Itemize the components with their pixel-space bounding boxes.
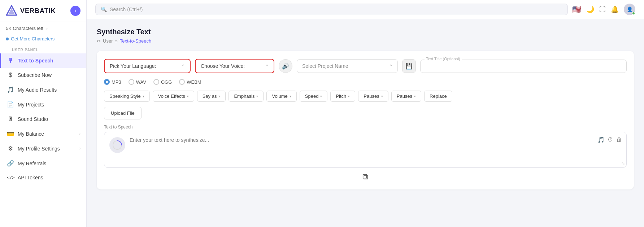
sidebar-item-my-profile-settings[interactable]: ⚙ My Profile Settings › [0, 141, 86, 156]
sidebar-item-text-to-speech[interactable]: 🎙 Text to Speech [0, 53, 86, 68]
save-project-button[interactable]: 💾 [402, 59, 416, 73]
breadcrumb-user: User [103, 38, 113, 44]
sidebar-collapse-button[interactable]: ‹ [70, 6, 80, 16]
bottom-center-area: ⧉ [104, 172, 627, 182]
get-more-characters-link[interactable]: Get More Characters [0, 35, 86, 45]
balance-icon: 💳 [7, 130, 14, 137]
page-title: Synthesize Text [97, 28, 634, 36]
sidebar-item-label: My Projects [18, 102, 44, 108]
pauses1-button[interactable]: Pauses ▾ [358, 91, 388, 102]
sidebar-item-label: Text to Speech [18, 58, 53, 64]
content: Synthesize Text ✂ User » Text-to-Speech … [87, 19, 644, 227]
voice-chevron-icon: ⌃ [265, 64, 269, 69]
sidebar-item-my-audio-results[interactable]: 🎵 My Audio Results [0, 82, 86, 97]
mp3-label: MP3 [112, 79, 121, 85]
avatar-spinner-icon [112, 140, 123, 150]
sidebar-item-my-balance[interactable]: 💳 My Balance › [0, 126, 86, 141]
text-title-label: Text Title (Optional) [425, 57, 462, 61]
search-box[interactable]: 🔍 Search (Ctrl+/) [95, 4, 568, 15]
replace-button[interactable]: Replace [424, 91, 452, 102]
tts-editor-actions: 🎵 ⏱ 🗑 [597, 136, 622, 143]
voice-effects-button[interactable]: Voice Effects ▾ [153, 91, 194, 102]
speed-button[interactable]: Speed ▾ [300, 91, 328, 102]
user-panel-label: USER PANEL [0, 45, 86, 53]
format-mp3[interactable]: MP3 [104, 79, 121, 85]
format-webm[interactable]: WEBM [179, 79, 201, 85]
projects-icon: 📄 [7, 101, 14, 108]
settings-icon: ⚙ [7, 145, 14, 152]
sidebar-item-label: My Balance [18, 131, 44, 137]
tts-editor: 🎵 ⏱ 🗑 ⤡ [104, 132, 627, 168]
tts-avatar [109, 137, 125, 153]
ogg-radio-icon [153, 79, 159, 85]
layers-icon[interactable]: ⧉ [362, 172, 368, 182]
say-as-button[interactable]: Say as ▾ [197, 91, 226, 102]
sidebar-item-label: My Audio Results [18, 87, 57, 93]
language-label: Pick Your Language: [110, 63, 156, 69]
breadcrumb-current-link[interactable]: Text-to-Speech [120, 38, 151, 44]
breadcrumb: ✂ User » Text-to-Speech [97, 38, 634, 44]
emphasis-chevron-icon: ▾ [256, 95, 258, 98]
topbar: 🔍 Search (Ctrl+/) 🇺🇸 🌙 ⛶ 🔔 👤 [87, 0, 644, 19]
profile-chevron-icon: › [79, 147, 80, 150]
format-ogg[interactable]: OGG [153, 79, 172, 85]
speaking-style-button[interactable]: Speaking Style ▾ [104, 91, 150, 102]
referrals-icon: 🔗 [7, 160, 14, 167]
balance-chevron-icon: › [79, 132, 80, 136]
theme-toggle-icon[interactable]: 🌙 [586, 5, 594, 13]
emphasis-button[interactable]: Emphasis ▾ [229, 91, 264, 102]
notifications-icon[interactable]: 🔔 [611, 5, 619, 13]
voice-dropdown[interactable]: Choose Your Voice: ⌃ [195, 59, 274, 73]
fullscreen-icon[interactable]: ⛶ [599, 6, 606, 13]
speaking-style-label: Speaking Style [109, 93, 141, 99]
voice-effects-chevron-icon: ▾ [187, 95, 189, 98]
volume-chevron-icon: ▾ [290, 95, 291, 98]
language-dropdown[interactable]: Pick Your Language: ⌃ [104, 59, 191, 73]
tts-section-label: Text to Speech [104, 125, 627, 130]
pitch-button[interactable]: Pitch ▾ [330, 91, 355, 102]
format-row: MP3 WAV OGG WEBM [104, 79, 627, 85]
text-title-input[interactable] [420, 60, 627, 73]
search-placeholder: Search (Ctrl+/) [110, 6, 143, 12]
say-as-label: Say as [203, 93, 217, 99]
get-more-dot-icon [6, 38, 9, 40]
delete-row-icon[interactable]: 🗑 [616, 136, 622, 143]
flag-icon[interactable]: 🇺🇸 [572, 5, 581, 14]
sidebar-logo-area: VERBATIK ‹ [0, 0, 86, 22]
pauses2-button[interactable]: Pauses ▾ [391, 91, 421, 102]
wav-label: WAV [136, 79, 146, 85]
sidebar-item-subscribe-now[interactable]: $ Subscribe Now [0, 68, 86, 82]
mp3-radio-icon [104, 79, 110, 85]
sidebar-item-my-referrals[interactable]: 🔗 My Referrals [0, 156, 86, 171]
timer-icon[interactable]: ⏱ [608, 136, 613, 143]
pauses1-chevron-icon: ▾ [381, 95, 383, 98]
sidebar-item-api-tokens[interactable]: </> API Tokens [0, 171, 86, 184]
pitch-label: Pitch [336, 93, 346, 99]
verbatik-logo-icon [6, 5, 17, 17]
sidebar-item-label: Sound Studio [18, 116, 48, 122]
search-icon: 🔍 [101, 6, 107, 12]
audio-preview-button[interactable]: 🔊 [279, 59, 292, 73]
chars-chevron-icon[interactable]: ⌄ [45, 26, 48, 30]
sidebar-item-sound-studio[interactable]: 🎚 Sound Studio [0, 112, 86, 126]
tts-textarea[interactable] [130, 137, 621, 159]
format-wav[interactable]: WAV [129, 79, 146, 85]
save-icon: 💾 [405, 63, 413, 70]
api-icon: </> [7, 175, 14, 180]
webm-radio-icon [179, 79, 185, 85]
toolbar-row: Speaking Style ▾ Voice Effects ▾ Say as … [104, 91, 627, 102]
pauses2-chevron-icon: ▾ [414, 95, 416, 98]
speaker-icon: 🔊 [282, 63, 289, 70]
webm-label: WEBM [187, 79, 201, 85]
user-avatar-wrap[interactable]: 👤 [624, 4, 635, 15]
sidebar-item-my-projects[interactable]: 📄 My Projects [0, 97, 86, 112]
chars-left-bar: 5K Characters left ⌄ [0, 22, 86, 35]
main-panel: Pick Your Language: ⌃ Choose Your Voice:… [97, 51, 634, 189]
volume-button[interactable]: Volume ▾ [266, 91, 296, 102]
project-name-dropdown[interactable]: Select Project Name ⌃ [297, 59, 398, 73]
topbar-actions: 🇺🇸 🌙 ⛶ 🔔 👤 [572, 4, 635, 15]
breadcrumb-icon: ✂ [97, 38, 101, 44]
add-audio-icon[interactable]: 🎵 [597, 136, 605, 143]
ogg-label: OGG [161, 79, 172, 85]
upload-file-button[interactable]: Upload File [104, 107, 142, 119]
